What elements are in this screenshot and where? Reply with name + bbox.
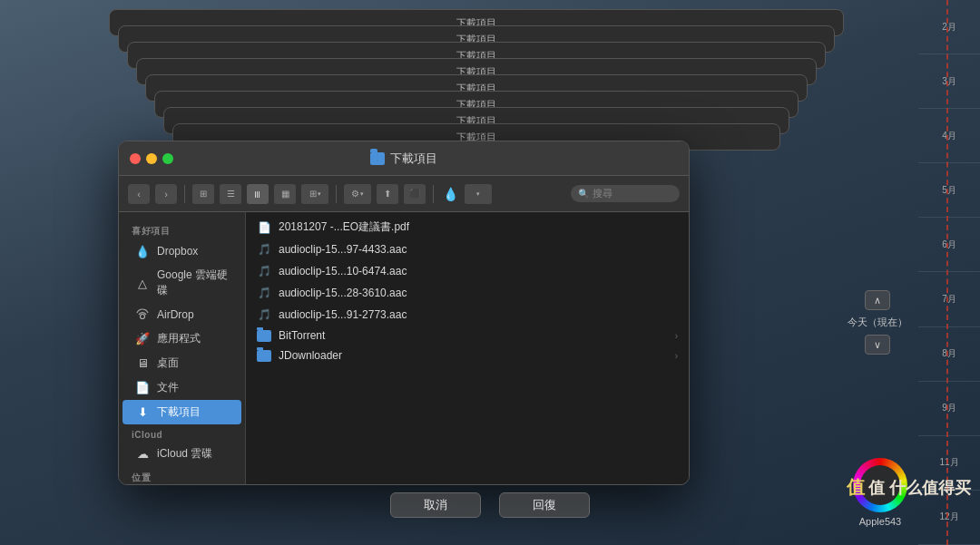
downloads-icon: ⬇	[135, 405, 150, 420]
timeline-month-5: 5月	[918, 163, 980, 218]
file-name: audioclip-15...28-3610.aac	[279, 287, 407, 299]
timeline-month-6: 6月	[918, 218, 980, 272]
folder-icon	[370, 152, 385, 165]
sidebar-locations-label: 位置	[119, 466, 245, 484]
traffic-lights	[130, 153, 173, 164]
return-button[interactable]: 回復	[499, 492, 590, 518]
file-name: audioclip-15...10-6474.aac	[279, 265, 407, 277]
file-list: 📄 20181207 -...EO建議書.pdf 🎵 audioclip-15.…	[246, 212, 689, 484]
chevron-right-icon: ›	[675, 351, 678, 361]
toolbar-separator-3	[433, 185, 434, 203]
sidebar-icloud-label: iCloud	[119, 424, 245, 442]
file-item[interactable]: 🎵 audioclip-15...91-2773.aac	[246, 304, 689, 326]
content-area: 喜好項目 💧 Dropbox △ Google 雲端硬碟 AirDrop	[119, 212, 689, 484]
sidebar-item-label: 桌面	[157, 355, 179, 371]
today-badge: ∧ 今天（現在） ∨	[848, 290, 907, 355]
sidebar-item-desktop[interactable]: 🖥 桌面	[122, 351, 241, 375]
documents-icon: 📄	[135, 381, 150, 395]
view-options-button[interactable]: ⊞▾	[301, 184, 328, 204]
maximize-button[interactable]	[162, 153, 173, 164]
search-placeholder: 搜尋	[593, 187, 612, 200]
timeline-month-4: 4月	[918, 109, 980, 163]
sidebar-item-documents[interactable]: 📄 文件	[122, 375, 241, 400]
sidebar-favorites-label: 喜好項目	[119, 219, 245, 239]
file-name: 20181207 -...EO建議書.pdf	[279, 219, 409, 235]
timeline-up-button[interactable]: ∧	[865, 290, 890, 310]
dropbox-toolbar-icon[interactable]: 💧	[441, 185, 459, 203]
sidebar-item-label: 文件	[157, 380, 179, 395]
audio-icon: 🎵	[257, 286, 271, 300]
toolbar-separator-2	[336, 185, 337, 203]
sidebar-item-label: 應用程式	[157, 331, 201, 346]
audio-icon: 🎵	[257, 264, 271, 278]
today-label: 今天（現在）	[848, 316, 907, 329]
sidebar-item-google-drive[interactable]: △ Google 雲端硬碟	[122, 263, 241, 303]
title-bar: 下載項目	[119, 141, 689, 176]
sidebar-item-label: 下載項目	[157, 404, 201, 420]
google-drive-icon: △	[135, 276, 150, 290]
timeline-panel: 2月 3月 4月 5月 6月 7月 8月 9月 11月 12月	[918, 0, 980, 545]
audio-icon: 🎵	[257, 242, 271, 257]
timeline-month-3: 3月	[918, 54, 980, 109]
sidebar-item-label: Google 雲端硬碟	[157, 268, 229, 298]
file-item[interactable]: 🎵 audioclip-15...97-4433.aac	[246, 238, 689, 260]
toolbar-separator-1	[184, 185, 185, 203]
dropbox-icon: 💧	[135, 244, 150, 258]
site-label: 值 值 什么值得买	[847, 475, 971, 500]
airdrop-icon	[135, 307, 150, 322]
svg-point-0	[141, 315, 145, 319]
sidebar-item-downloads[interactable]: ⬇ 下載項目	[122, 400, 241, 424]
sidebar-item-label: Dropbox	[157, 245, 198, 258]
dropbox-options-button[interactable]: ▾	[465, 184, 492, 204]
file-item[interactable]: 🎵 audioclip-15...28-3610.aac	[246, 282, 689, 304]
close-button[interactable]	[130, 153, 141, 164]
search-box[interactable]: 🔍 搜尋	[571, 185, 680, 202]
minimize-button[interactable]	[146, 153, 157, 164]
search-icon: 🔍	[578, 189, 589, 199]
sidebar-item-airdrop[interactable]: AirDrop	[122, 303, 241, 326]
folder-icon	[257, 330, 271, 342]
timeline-month-9: 9月	[918, 382, 980, 436]
forward-button[interactable]: ›	[155, 184, 177, 204]
file-item[interactable]: 📄 20181207 -...EO建議書.pdf	[246, 216, 689, 238]
icloud-icon: ☁	[135, 447, 150, 462]
folder-item[interactable]: JDownloader ›	[246, 345, 689, 365]
timeline-month-8: 8月	[918, 327, 980, 382]
desktop-icon: 🖥	[135, 356, 150, 371]
applications-icon: 🚀	[135, 332, 150, 346]
folder-name: JDownloader	[279, 349, 342, 362]
sidebar-item-icloud-drive[interactable]: ☁ iCloud 雲碟	[122, 442, 241, 466]
bottom-bar: 取消 回復	[390, 492, 590, 518]
site-name: 值 什么值得买	[868, 477, 971, 499]
file-name: audioclip-15...91-2773.aac	[279, 308, 407, 321]
file-item[interactable]: 🎵 audioclip-15...10-6474.aac	[246, 260, 689, 282]
folder-icon	[257, 350, 271, 362]
toolbar: ‹ › ⊞ ☰ ⫼ ▦ ⊞▾ ⚙▾ ⬆ ⬛ 💧 ▾ 🔍 搜尋	[119, 176, 689, 212]
finder-window: 下載項目 ‹ › ⊞ ☰ ⫼ ▦ ⊞▾ ⚙▾ ⬆ ⬛ 💧 ▾ 🔍	[118, 141, 690, 485]
file-name: audioclip-15...97-4433.aac	[279, 243, 407, 256]
sidebar-item-label: AirDrop	[157, 308, 194, 321]
sidebar-item-dropbox[interactable]: 💧 Dropbox	[122, 239, 241, 263]
icon-view-button[interactable]: ⊞	[192, 184, 214, 204]
action-button[interactable]: ⚙▾	[344, 184, 371, 204]
share-button[interactable]: ⬆	[377, 184, 398, 204]
cancel-button[interactable]: 取消	[390, 492, 481, 518]
folder-name: BitTorrent	[279, 329, 325, 342]
tag-button[interactable]: ⬛	[404, 184, 426, 204]
watermark-user: Apple543	[859, 516, 902, 527]
sidebar-item-label: iCloud 雲碟	[157, 446, 212, 462]
sidebar-item-applications[interactable]: 🚀 應用程式	[122, 326, 241, 351]
pdf-icon: 📄	[257, 220, 271, 235]
column-view-button[interactable]: ⫼	[247, 184, 269, 204]
gallery-view-button[interactable]: ▦	[274, 184, 296, 204]
audio-icon: 🎵	[257, 307, 271, 322]
timeline-down-button[interactable]: ∨	[865, 335, 890, 355]
list-view-button[interactable]: ☰	[220, 184, 241, 204]
site-icon: 值	[847, 475, 865, 500]
chevron-right-icon: ›	[675, 331, 678, 341]
back-button[interactable]: ‹	[128, 184, 150, 204]
window-title: 下載項目	[370, 151, 437, 167]
timeline-dashed-line	[946, 0, 948, 545]
timeline-month-7: 7月	[918, 272, 980, 326]
folder-item[interactable]: BitTorrent ›	[246, 326, 689, 345]
